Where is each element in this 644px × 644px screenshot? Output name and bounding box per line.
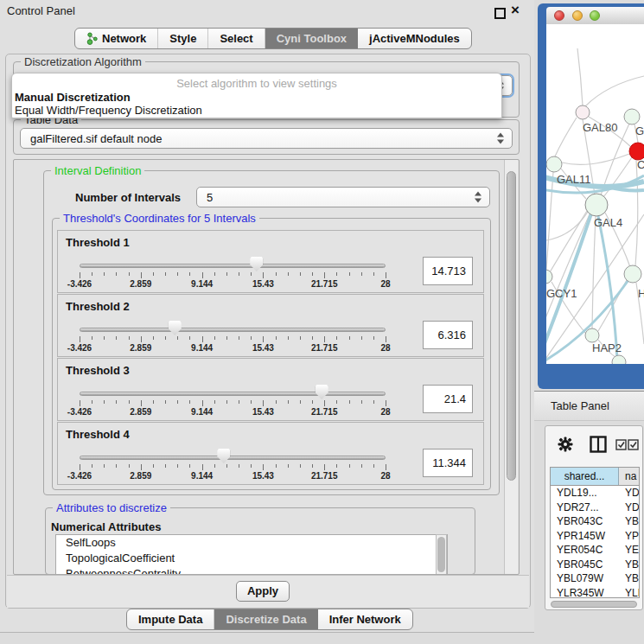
- threshold-slider-thumb[interactable]: [250, 257, 263, 271]
- apply-button[interactable]: Apply: [236, 581, 290, 602]
- threshold-slider-track[interactable]: [80, 456, 386, 460]
- threshold-slider-thumb[interactable]: [169, 321, 182, 335]
- cell-shared-name[interactable]: YDL19...: [551, 486, 618, 501]
- column-checkboxes-icon[interactable]: [615, 439, 639, 450]
- table-row[interactable]: YER054CYER0: [551, 543, 639, 558]
- tab-impute-data[interactable]: Impute Data: [127, 609, 214, 629]
- mac-close-icon[interactable]: [554, 10, 564, 21]
- attribute-list-item[interactable]: TopologicalCoefficient: [56, 551, 447, 566]
- tick-label: -3.426: [67, 343, 92, 353]
- threshold-value-field[interactable]: 11.344: [423, 449, 473, 477]
- network-window-titlebar[interactable]: [546, 7, 644, 25]
- threshold-panel: Threshold 3 -3.4262.8599.14415.4321.7152…: [57, 358, 484, 421]
- cell-name[interactable]: YDL1: [618, 486, 639, 501]
- close-icon[interactable]: ×: [511, 2, 520, 19]
- table-row[interactable]: YLR345WYLR3: [551, 586, 639, 599]
- tick-mark: [386, 400, 386, 406]
- threshold-label: Threshold 4: [66, 428, 130, 441]
- threshold-slider-track[interactable]: [80, 392, 386, 396]
- node-gal4[interactable]: [585, 194, 608, 216]
- table-data-combobox[interactable]: galFiltered.sif default node: [20, 128, 513, 149]
- tick-mark: [177, 464, 178, 468]
- threshold-slider-thumb[interactable]: [316, 385, 328, 399]
- cell-shared-name[interactable]: YPR145W: [551, 529, 618, 544]
- tick-mark: [336, 464, 337, 468]
- mac-minimize-icon[interactable]: [572, 10, 583, 21]
- table-row[interactable]: YDR27...YDR2: [551, 501, 639, 515]
- cell-name[interactable]: YPR1: [618, 529, 639, 544]
- cell-shared-name[interactable]: YDR27...: [551, 501, 618, 515]
- node-gal11[interactable]: [546, 156, 562, 172]
- tab-style[interactable]: Style: [158, 29, 208, 48]
- threshold-label: Threshold 3: [66, 364, 130, 377]
- table-row[interactable]: YPR145WYPR1: [551, 529, 639, 544]
- tick-label: 9.144: [191, 471, 213, 481]
- dropdown-placeholder-item[interactable]: Select algorithm to view settings: [12, 77, 501, 90]
- split-view-icon[interactable]: [590, 436, 607, 453]
- dropdown-option-manual-discretization[interactable]: Manual Discretization: [15, 91, 131, 104]
- node-right[interactable]: [624, 265, 641, 283]
- threshold-slider-track[interactable]: [80, 264, 386, 268]
- attribute-list-item[interactable]: SelfLoops: [56, 535, 447, 551]
- tick-mark: [386, 336, 386, 342]
- node-hap2[interactable]: [585, 328, 599, 342]
- tick-label: -3.426: [67, 279, 92, 289]
- float-window-icon[interactable]: [494, 8, 506, 19]
- dropdown-option-equal-width-frequency[interactable]: Equal Width/Frequency Discretization: [15, 104, 202, 117]
- node-label-gal11: GAL11: [557, 173, 591, 186]
- cell-name[interactable]: YBR0: [618, 558, 639, 572]
- cell-name[interactable]: YER0: [618, 543, 639, 558]
- node-gal80[interactable]: [576, 105, 590, 119]
- tick-mark: [92, 336, 92, 340]
- tick-mark: [226, 336, 227, 340]
- settings-scrollbar-track[interactable]: [504, 160, 518, 574]
- column-header-shared-name[interactable]: shared...: [551, 468, 619, 485]
- tick-mark: [202, 464, 203, 470]
- threshold-slider-track[interactable]: [80, 328, 386, 332]
- cell-name[interactable]: YLR3: [618, 586, 639, 599]
- cell-shared-name[interactable]: YBR043C: [551, 514, 618, 529]
- threshold-value-field[interactable]: 21.4: [423, 385, 473, 413]
- tick-mark: [104, 336, 105, 340]
- tick-mark: [165, 336, 166, 340]
- tab-discretize-data[interactable]: Discretize Data: [214, 609, 317, 629]
- tick-mark: [361, 336, 362, 340]
- table-row[interactable]: YBL079WYBL0: [551, 571, 639, 586]
- threshold-value-field[interactable]: 6.316: [423, 321, 473, 349]
- numerical-attributes-list[interactable]: SelfLoopsTopologicalCoefficientBetweenne…: [55, 534, 448, 575]
- tick-mark: [263, 272, 264, 278]
- cell-shared-name[interactable]: YER054C: [551, 543, 618, 558]
- node-selected-red[interactable]: [629, 143, 644, 160]
- cell-name[interactable]: YBL0: [618, 571, 639, 586]
- tab-label: Impute Data: [138, 613, 202, 626]
- tab-jactivemnodules[interactable]: jActiveMNodules: [358, 29, 471, 48]
- tab-infer-network[interactable]: Infer Network: [318, 609, 412, 629]
- column-header-name[interactable]: na: [619, 468, 639, 485]
- table-horizontal-scrollbar[interactable]: [551, 601, 637, 608]
- threshold-slider-thumb[interactable]: [217, 449, 230, 463]
- cell-name[interactable]: YDR2: [618, 501, 639, 515]
- cell-shared-name[interactable]: YBR045C: [551, 558, 618, 572]
- tab-select[interactable]: Select: [208, 29, 265, 48]
- tick-mark: [276, 464, 277, 468]
- network-canvas[interactable]: GAL80 GAL11 GAL4 GCY1 HAP2 G C H: [546, 24, 644, 364]
- number-of-intervals-combobox[interactable]: 5: [196, 187, 490, 207]
- node-top-right[interactable]: [624, 109, 640, 124]
- tick-mark: [324, 336, 325, 342]
- cell-name[interactable]: YBR0: [618, 514, 639, 529]
- node-gcy1[interactable]: [546, 270, 552, 284]
- tab-cyni-toolbox[interactable]: Cyni Toolbox: [265, 29, 358, 48]
- cell-shared-name[interactable]: YBL079W: [551, 571, 618, 586]
- gear-icon[interactable]: [558, 437, 573, 452]
- tick-mark: [312, 400, 313, 404]
- table-row[interactable]: YBR045CYBR0: [551, 558, 639, 572]
- threshold-value-field[interactable]: 14.713: [423, 257, 473, 285]
- table-row[interactable]: YBR043CYBR0: [551, 514, 639, 529]
- cell-shared-name[interactable]: YLR345W: [551, 586, 618, 599]
- table-row[interactable]: YDL19...YDL1: [551, 486, 639, 501]
- attribute-list-item[interactable]: BetweennessCentrality: [56, 566, 447, 575]
- mac-zoom-icon[interactable]: [590, 10, 600, 21]
- attributes-list-scrollbar[interactable]: [436, 534, 447, 575]
- tab-network[interactable]: Network: [75, 29, 158, 48]
- settings-scrollbar-thumb[interactable]: [507, 171, 516, 481]
